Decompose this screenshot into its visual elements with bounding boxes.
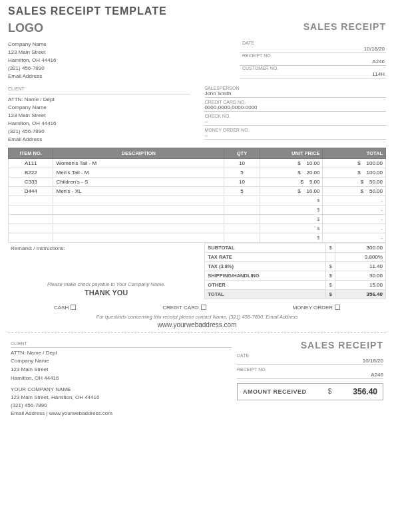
table-row: A111 Women's Tail - M 10 $ 10.00 $ 100.0…	[9, 158, 386, 168]
your-company-email: Email Address | www.yourwebaddress.com	[11, 410, 232, 418]
col-header-qty: QTY	[224, 148, 260, 158]
money-order-option: MONEY ORDER	[293, 305, 340, 311]
bottom-receipt-no-label: RECEIPT NO.	[237, 367, 383, 372]
cash-option: CASH	[54, 305, 76, 311]
tax-rate-row: TAX RATE 3.800%	[205, 252, 386, 261]
client-city: Hamilton, OH 44416	[8, 120, 190, 128]
client-street: 123 Main Street	[8, 112, 190, 120]
salesperson-label: SALESPERSON	[204, 86, 386, 90]
bottom-section: Remarks / Instructions: Please make chec…	[8, 243, 386, 299]
client-email: Email Address	[8, 136, 190, 144]
item-desc: Men's - XL	[53, 186, 224, 196]
check-payable: Please make check payable to Your Compan…	[11, 281, 202, 287]
payment-section: CASH CREDIT CARD MONEY ORDER	[8, 303, 386, 312]
empty-row: $ -	[9, 214, 386, 223]
shipping-value: 30.00	[335, 271, 385, 280]
empty-dollar: $	[260, 205, 323, 214]
credit-card-checkbox[interactable]	[201, 305, 206, 310]
item-total: $ 50.00	[323, 186, 386, 196]
check-no-row: CHECK NO. –	[204, 114, 386, 126]
company-info: Company Name 123 Main Street Hamilton, O…	[8, 41, 56, 80]
amount-received-box: AMOUNT RECEIVED $ 356.40	[237, 383, 383, 400]
bottom-date-label: DATE	[237, 353, 383, 358]
thank-you-text: THANK YOU	[11, 289, 202, 297]
bottom-client-attn: ATTN: Name / Dept	[11, 349, 232, 358]
check-no-value: –	[204, 118, 386, 126]
empty-row: $ -	[9, 196, 386, 205]
company-email: Email Address	[8, 72, 56, 80]
item-qty: 5	[224, 186, 260, 196]
your-company-info: YOUR COMPANY NAME 123 Main Street, Hamil…	[11, 386, 232, 418]
empty-dollar: $	[260, 214, 323, 223]
bottom-sr-title: SALES RECEIPT	[237, 340, 383, 350]
table-row: C333 Children's - S 10 $ 5.00 $ 50.00	[9, 177, 386, 186]
your-company-name: YOUR COMPANY NAME	[11, 386, 232, 394]
table-row: D444 Men's - XL 5 $ 10.00 $ 50.00	[9, 186, 386, 196]
item-unit: $ 10.00	[260, 186, 323, 196]
logo: LOGO	[8, 21, 43, 35]
salesperson-block: SALESPERSON John Smith CREDIT CARD NO. 0…	[204, 86, 386, 144]
money-order-row: MONEY ORDER NO. –	[204, 128, 386, 140]
item-total: $ 100.00	[323, 158, 386, 168]
your-company-street: 123 Main Street, Hamilton, OH 44416	[11, 394, 232, 402]
tax-rate-label: TAX RATE	[205, 252, 326, 261]
item-total: $ 100.00	[323, 168, 386, 177]
main-container: SALES RECEIPT TEMPLATE LOGO SALES RECEIP…	[0, 0, 394, 426]
col-header-item: ITEM NO.	[9, 148, 53, 158]
cash-checkbox[interactable]	[71, 305, 76, 310]
check-no-label: CHECK NO.	[204, 114, 386, 118]
client-salesperson-section: CLIENT ATTN: Name / Dept Company Name 12…	[8, 86, 386, 144]
company-info-section: Company Name 123 Main Street Hamilton, O…	[8, 41, 386, 80]
col-header-total: TOTAL	[323, 148, 386, 158]
contact-info: For questions concerning this receipt pl…	[8, 314, 386, 320]
sales-receipt-title: SALES RECEIPT	[303, 21, 386, 35]
bottom-client-label: CLIENT	[11, 340, 232, 348]
item-qty: 5	[224, 168, 260, 177]
customer-no-label: CUSTOMER NO.	[240, 66, 386, 71]
bottom-client: CLIENT ATTN: Name / Dept Company Name 12…	[11, 340, 232, 418]
credit-card-value: 0000-0000-0000-0000	[204, 104, 386, 112]
table-row: B222 Men's Tail - M 5 $ 20.00 $ 100.00	[9, 168, 386, 177]
client-phone: (321) 456-7890	[8, 128, 190, 136]
item-desc: Men's Tail - M	[53, 168, 224, 177]
receipt-no-value: A246	[240, 58, 386, 66]
tax-value: 11.40	[335, 261, 385, 271]
company-name: Company Name	[8, 41, 56, 49]
item-total: $ 50.00	[323, 177, 386, 186]
totals-table: SUBTOTAL $ 300.00 TAX RATE 3.800% TAX (3…	[204, 243, 386, 299]
item-unit: $ 10.00	[260, 158, 323, 168]
subtotal-row: SUBTOTAL $ 300.00	[205, 243, 386, 252]
bottom-right: SALES RECEIPT DATE 10/18/20 RECEIPT NO. …	[237, 340, 383, 418]
empty-dollar: $	[260, 233, 323, 242]
client-block: CLIENT ATTN: Name / Dept Company Name 12…	[8, 86, 190, 144]
subtotal-value: 300.00	[335, 243, 385, 252]
bottom-client-company: Company Name	[11, 357, 232, 366]
bottom-receipt-no-value: A246	[237, 372, 383, 379]
amount-dollar: $	[328, 388, 332, 395]
item-qty: 10	[224, 177, 260, 186]
other-label: OTHER	[205, 280, 326, 289]
item-no: C333	[9, 177, 53, 186]
money-order-label: MONEY ORDER	[293, 305, 333, 311]
company-street: 123 Main Street	[8, 49, 56, 57]
item-no: B222	[9, 168, 53, 177]
credit-card-row: CREDIT CARD NO. 0000-0000-0000-0000	[204, 100, 386, 112]
bottom-client-city: Hamilton, OH 44416	[11, 374, 232, 383]
items-table: ITEM NO. DESCRIPTION QTY UNIT PRICE TOTA…	[8, 148, 386, 243]
empty-row: $ -	[9, 223, 386, 233]
your-company-phone: (321) 456-7890	[11, 402, 232, 410]
company-city: Hamilton, OH 44416	[8, 57, 56, 65]
remarks-label: Remarks / Instructions:	[11, 245, 202, 251]
bottom-client-street: 123 Main Street	[11, 366, 232, 374]
money-order-value: –	[204, 132, 386, 140]
empty-row: $ -	[9, 205, 386, 214]
shipping-label: SHIPPING/HANDLING	[205, 271, 326, 280]
item-desc: Children's - S	[53, 177, 224, 186]
page-title: SALES RECEIPT TEMPLATE	[8, 5, 386, 17]
empty-dollar: $	[260, 196, 323, 205]
money-order-label: MONEY ORDER NO.	[204, 128, 386, 132]
money-order-checkbox[interactable]	[335, 305, 340, 310]
col-header-unit: UNIT PRICE	[260, 148, 323, 158]
dashed-divider	[8, 332, 386, 333]
credit-card-label: CREDIT CARD	[162, 305, 199, 311]
